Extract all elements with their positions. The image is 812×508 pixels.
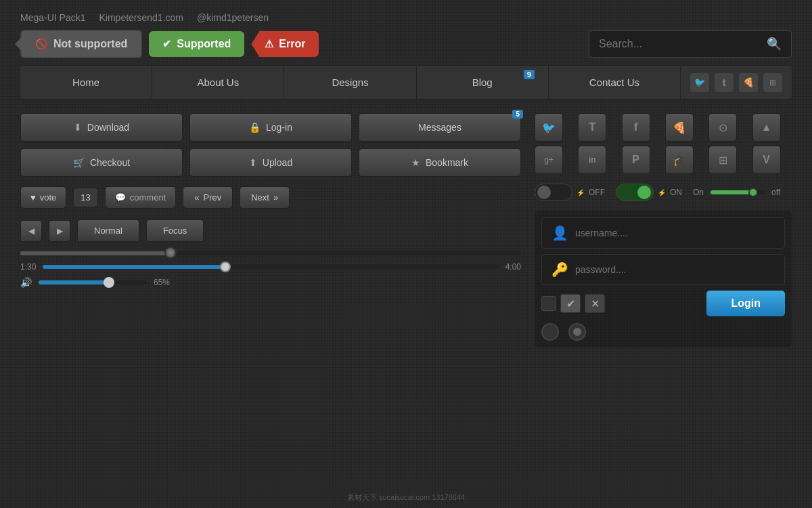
- upload-button[interactable]: ⬆ Upload: [189, 148, 352, 177]
- login-submit-button[interactable]: Login: [706, 291, 785, 316]
- remember-checkbox[interactable]: [541, 296, 556, 311]
- cancel-x-button[interactable]: ✕: [585, 294, 605, 313]
- username-input[interactable]: [575, 228, 775, 238]
- toggle-on2-label: On: [693, 188, 704, 197]
- next-button[interactable]: Next »: [240, 186, 290, 209]
- not-supported-label: Not supported: [53, 38, 127, 50]
- radio-button-1[interactable]: [541, 323, 559, 341]
- nav-tumblr-icon[interactable]: t: [715, 73, 734, 92]
- toggles-row: ⚡ OFF ⚡ ON On off: [535, 184, 792, 201]
- twitter-handle[interactable]: @kimd1petersen: [197, 12, 269, 23]
- social-rss-btn[interactable]: ⊞: [708, 146, 737, 174]
- nav-home-label: Home: [72, 77, 99, 88]
- check-icon: ✔: [162, 38, 171, 50]
- time-slider-row: 1:30 4:00: [20, 262, 521, 272]
- social-school-btn[interactable]: 🎓: [665, 146, 694, 174]
- toggle-on-group: ⚡ ON: [616, 184, 682, 201]
- navbar: Home About Us Designs Blog 9 Contact Us …: [20, 65, 792, 100]
- volume-knob-fill: [20, 251, 171, 255]
- progress-thumb[interactable]: [220, 261, 231, 272]
- volume-knob-track[interactable]: [20, 251, 521, 255]
- download-button[interactable]: ⬇ Download: [20, 113, 183, 142]
- nav-designs[interactable]: Designs: [284, 66, 416, 99]
- upload-icon: ⬆: [249, 157, 257, 168]
- checkbox-area: ✔ ✕: [541, 294, 605, 313]
- status-row: 🚫 Not supported ✔ Supported ⚠ Error 🔍: [0, 30, 812, 65]
- nav-blog[interactable]: Blog 9: [417, 66, 549, 99]
- site-link[interactable]: Kimpetersend1.com: [99, 12, 183, 23]
- checkout-button[interactable]: 🛒 Checkout: [20, 148, 183, 177]
- search-input[interactable]: [599, 38, 767, 50]
- nav-home[interactable]: Home: [20, 66, 152, 99]
- messages-button[interactable]: Messages 5: [359, 113, 521, 142]
- comment-icon: 💬: [115, 192, 126, 203]
- toggle-on-switch[interactable]: [616, 184, 654, 201]
- social-dribbble-btn[interactable]: ⊙: [708, 113, 737, 142]
- social-linkedin-btn[interactable]: in: [578, 146, 606, 174]
- nav-pizza-icon[interactable]: 🍕: [739, 73, 758, 92]
- play-next-button[interactable]: ▶: [49, 220, 70, 242]
- volume-fill: [39, 280, 109, 284]
- time-end-label: 4:00: [505, 262, 521, 272]
- vote-count: 13: [73, 188, 97, 207]
- supported-badge: ✔ Supported: [149, 31, 244, 57]
- social-pinterest-btn[interactable]: P: [622, 146, 650, 174]
- focus-tab[interactable]: Focus: [146, 219, 204, 242]
- confirm-check-button[interactable]: ✔: [560, 294, 581, 313]
- social-vimeo-btn[interactable]: V: [752, 146, 781, 174]
- social-twitter-btn[interactable]: 🐦: [535, 113, 563, 142]
- player-row: ◀ ▶ Normal Focus: [20, 219, 521, 242]
- nav-about[interactable]: About Us: [152, 66, 284, 99]
- action-row: ♥ vote 13 💬 comment « Prev Next »: [20, 186, 521, 209]
- volume-knob-thumb[interactable]: [164, 247, 177, 259]
- blog-badge: 9: [524, 70, 535, 79]
- ban-icon: 🚫: [35, 38, 48, 50]
- toggle-off-bolt: ⚡: [577, 189, 585, 196]
- password-row: 🔑: [541, 254, 785, 285]
- slider-on2-thumb[interactable]: [748, 188, 758, 197]
- vote-button[interactable]: ♥ vote: [20, 186, 66, 209]
- nav-social-area: 🐦 t 🍕 ⊞: [681, 66, 792, 99]
- search-bar[interactable]: 🔍: [589, 30, 792, 58]
- social-facebook-btn[interactable]: f: [622, 113, 650, 142]
- comment-button[interactable]: 💬 comment: [105, 186, 176, 209]
- radio-inner-dot: [573, 328, 581, 336]
- progress-track[interactable]: [43, 265, 498, 269]
- nav-rss-icon[interactable]: ⊞: [763, 73, 782, 92]
- nav-twitter-icon[interactable]: 🐦: [690, 73, 709, 92]
- social-up-btn[interactable]: ▲: [752, 113, 781, 142]
- toggle-off-switch[interactable]: [535, 184, 572, 201]
- header: Mega-UI Pack1 Kimpetersend1.com @kimd1pe…: [0, 0, 812, 30]
- login-button[interactable]: 🔒 Log-in: [189, 113, 352, 142]
- toggle-off-label: OFF: [589, 188, 605, 197]
- nav-designs-label: Designs: [332, 77, 368, 88]
- password-input[interactable]: [575, 264, 775, 275]
- social-food-btn[interactable]: 🍕: [665, 113, 694, 142]
- social-tumblr-btn[interactable]: T: [578, 113, 606, 142]
- nav-contact-label: Contact Us: [589, 77, 639, 88]
- cart-icon: 🛒: [73, 157, 85, 168]
- warning-icon: ⚠: [265, 38, 273, 50]
- toggle-off-group: ⚡ OFF: [535, 184, 605, 201]
- toggle-knob-off: [537, 186, 551, 199]
- bookmark-button[interactable]: ★ Bookmark: [359, 148, 521, 177]
- radio-button-2[interactable]: [568, 323, 586, 341]
- play-prev-button[interactable]: ◀: [20, 220, 42, 242]
- heart-icon: ♥: [30, 192, 36, 203]
- main-content: ⬇ Download 🔒 Log-in Messages 5 🛒 Checkou…: [0, 100, 812, 361]
- toggle-on2-group: On off: [693, 188, 780, 197]
- progress-fill: [43, 265, 225, 269]
- volume-thumb[interactable]: [104, 277, 114, 288]
- normal-tab[interactable]: Normal: [77, 219, 139, 242]
- error-badge: ⚠ Error: [251, 31, 319, 57]
- toggle-knob-on: [637, 186, 651, 199]
- nav-contact[interactable]: Contact Us: [549, 66, 681, 99]
- social-gplus-btn[interactable]: g+: [535, 146, 563, 174]
- login-bottom-row: ✔ ✕ Login: [541, 291, 785, 316]
- lock-icon: 🔒: [249, 122, 261, 133]
- toggle-on-label: ON: [670, 188, 682, 197]
- volume-track[interactable]: [39, 280, 147, 284]
- volume-row: 🔊 65%: [20, 277, 521, 288]
- messages-badge: 5: [512, 110, 523, 119]
- prev-button[interactable]: « Prev: [183, 186, 233, 209]
